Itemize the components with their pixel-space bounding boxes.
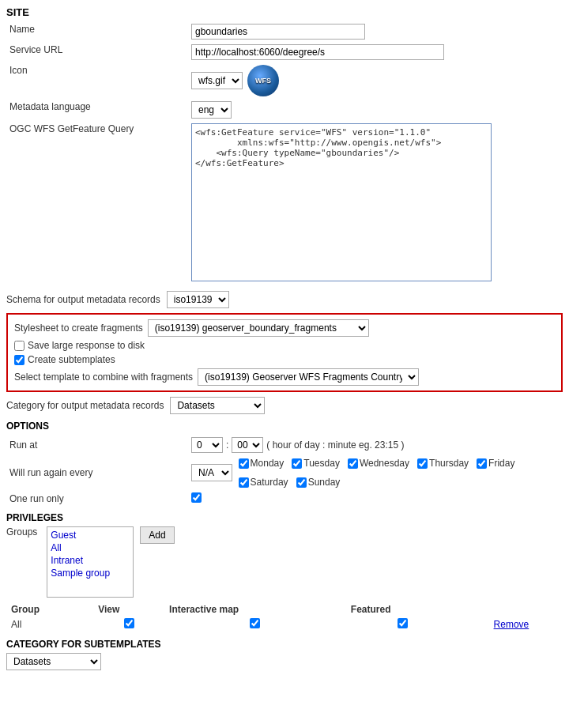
remove-link[interactable]: Remove bbox=[494, 619, 529, 630]
monday-checkbox[interactable] bbox=[239, 458, 249, 469]
day-thursday: Thursday bbox=[417, 458, 469, 469]
schema-row: Schema for output metadata records iso19… bbox=[6, 291, 563, 308]
time-hint: ( hour of day : minute eg. 23:15 ) bbox=[266, 439, 404, 451]
name-label: Name bbox=[6, 21, 188, 42]
groups-row: Groups Guest All Intranet Sample group A… bbox=[6, 526, 563, 598]
run-again-container: N/A Monday Tuesday Wednesd bbox=[191, 458, 560, 488]
options-title: OPTIONS bbox=[6, 421, 563, 432]
name-input[interactable] bbox=[191, 24, 365, 40]
one-run-row: One run only bbox=[6, 490, 563, 507]
create-sub-row: Create subtemplates bbox=[14, 354, 555, 365]
day-sunday: Sunday bbox=[296, 477, 341, 488]
icon-container: wfs.gif bbox=[191, 65, 560, 96]
category-row: Category for output metadata records Dat… bbox=[6, 397, 563, 414]
ogc-query-textarea[interactable] bbox=[191, 123, 492, 281]
priv-featured-checkbox[interactable] bbox=[398, 618, 408, 628]
priv-group-cell: All bbox=[6, 617, 93, 632]
list-item[interactable]: Intranet bbox=[49, 554, 131, 567]
one-run-label: One run only bbox=[6, 490, 188, 507]
minute-select[interactable]: 00 bbox=[232, 437, 263, 453]
tuesday-checkbox[interactable] bbox=[292, 458, 302, 469]
run-again-select[interactable]: N/A bbox=[191, 464, 232, 481]
icon-label: Icon bbox=[6, 62, 188, 99]
run-again-row: Will run again every N/A Monday Tuesday bbox=[6, 455, 563, 490]
day-tuesday: Tuesday bbox=[292, 458, 340, 469]
save-large-label[interactable]: Save large response to disk bbox=[14, 340, 145, 351]
ogc-query-row: OGC WFS GetFeature Query bbox=[6, 121, 563, 286]
metadata-lang-row: Metadata language eng bbox=[6, 99, 563, 121]
list-item[interactable]: Guest bbox=[49, 529, 131, 541]
icon-row: Icon wfs.gif bbox=[6, 62, 563, 99]
run-again-label: Will run again every bbox=[6, 455, 188, 490]
priv-action-header bbox=[460, 602, 563, 617]
thursday-checkbox[interactable] bbox=[417, 458, 428, 469]
run-at-row: Run at 0 : 00 ( hour of day : minute eg.… bbox=[6, 435, 563, 455]
category-sub-title: CATEGORY FOR SUBTEMPLATES bbox=[6, 639, 563, 650]
priv-header-row: Group View Interactive map Featured bbox=[6, 602, 563, 617]
icon-select[interactable]: wfs.gif bbox=[191, 72, 243, 89]
name-row: Name bbox=[6, 21, 563, 42]
ogc-query-label: OGC WFS GetFeature Query bbox=[6, 121, 188, 286]
site-form: Name Service URL Icon wfs.gif bbox=[6, 21, 563, 286]
priv-remove-cell: Remove bbox=[460, 617, 563, 632]
create-sub-label[interactable]: Create subtemplates bbox=[14, 354, 115, 365]
fragments-box: Stylesheet to create fragments (iso19139… bbox=[6, 313, 563, 392]
saturday-checkbox[interactable] bbox=[239, 477, 249, 488]
list-item[interactable]: Sample group bbox=[49, 567, 131, 579]
privileges-title: PRIVILEGES bbox=[6, 512, 563, 523]
service-url-input[interactable] bbox=[191, 44, 444, 60]
site-title: SITE bbox=[6, 6, 563, 18]
schema-select[interactable]: iso19139 bbox=[167, 291, 229, 308]
priv-featured-header: Featured bbox=[346, 602, 460, 617]
groups-list[interactable]: Guest All Intranet Sample group bbox=[47, 526, 134, 598]
priv-featured-cell bbox=[346, 617, 460, 632]
day-friday: Friday bbox=[477, 458, 514, 469]
day-monday: Monday bbox=[239, 458, 284, 469]
priv-all-row: All Remove bbox=[6, 617, 563, 632]
sunday-checkbox[interactable] bbox=[296, 477, 307, 488]
priv-map-cell bbox=[164, 617, 346, 632]
time-row: 0 : 00 ( hour of day : minute eg. 23:15 … bbox=[191, 437, 560, 453]
stylesheet-label: Stylesheet to create fragments bbox=[14, 323, 143, 334]
privileges-section: PRIVILEGES Groups Guest All Intranet Sam… bbox=[6, 512, 563, 632]
save-large-row: Save large response to disk bbox=[14, 340, 555, 351]
groups-label: Groups bbox=[6, 526, 37, 538]
select-template-select[interactable]: (iso19139) Geoserver WFS Fragments Count… bbox=[198, 368, 419, 386]
service-url-label: Service URL bbox=[6, 42, 188, 62]
category-sub-select[interactable]: Datasets bbox=[6, 653, 101, 670]
priv-map-checkbox[interactable] bbox=[250, 618, 260, 628]
schema-label: Schema for output metadata records bbox=[6, 294, 160, 305]
privileges-table: Group View Interactive map Featured All bbox=[6, 602, 563, 632]
wednesday-checkbox[interactable] bbox=[348, 458, 358, 469]
one-run-checkbox[interactable] bbox=[191, 492, 202, 503]
select-template-label: Select template to combine with fragment… bbox=[14, 372, 193, 383]
service-url-row: Service URL bbox=[6, 42, 563, 62]
priv-group-header: Group bbox=[6, 602, 93, 617]
options-form: Run at 0 : 00 ( hour of day : minute eg.… bbox=[6, 435, 563, 507]
priv-view-cell bbox=[93, 617, 164, 632]
friday-checkbox[interactable] bbox=[477, 458, 487, 469]
day-wednesday: Wednesday bbox=[348, 458, 409, 469]
wfs-globe-icon bbox=[247, 65, 279, 96]
category-sub-section: CATEGORY FOR SUBTEMPLATES Datasets bbox=[6, 639, 563, 670]
add-button[interactable]: Add bbox=[140, 526, 174, 544]
list-item[interactable]: All bbox=[49, 541, 131, 554]
category-label: Category for output metadata records bbox=[6, 400, 164, 411]
create-sub-checkbox[interactable] bbox=[14, 355, 24, 365]
save-large-checkbox[interactable] bbox=[14, 341, 24, 351]
priv-view-checkbox[interactable] bbox=[124, 618, 134, 628]
stylesheet-select[interactable]: (iso19139) geoserver_boundary_fragments bbox=[148, 319, 369, 337]
stylesheet-row: Stylesheet to create fragments (iso19139… bbox=[14, 319, 555, 337]
run-at-label: Run at bbox=[6, 435, 188, 455]
metadata-lang-select[interactable]: eng bbox=[191, 101, 232, 119]
metadata-lang-label: Metadata language bbox=[6, 99, 188, 121]
day-saturday: Saturday bbox=[239, 477, 288, 488]
priv-map-header: Interactive map bbox=[164, 602, 346, 617]
hour-select[interactable]: 0 bbox=[191, 437, 223, 453]
select-template-row: Select template to combine with fragment… bbox=[14, 368, 555, 386]
days-row: Monday Tuesday Wednesday Thursday bbox=[239, 458, 560, 488]
priv-view-header: View bbox=[93, 602, 164, 617]
site-section: SITE Name Service URL Icon wfs.gif bbox=[6, 6, 563, 286]
options-section: OPTIONS Run at 0 : 00 ( hour of day : mi… bbox=[6, 421, 563, 507]
category-select[interactable]: Datasets bbox=[170, 397, 265, 414]
